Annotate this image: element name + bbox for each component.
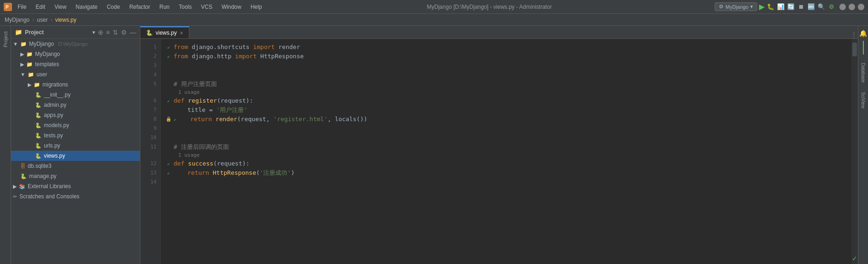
tree-label-views: views.py xyxy=(44,153,65,159)
py-file-icon: 🐍 xyxy=(35,92,42,98)
menu-file[interactable]: File xyxy=(16,3,28,11)
code-line-8: 🔒 ↙ return render (request, 'register.ht… xyxy=(164,115,851,124)
project-panel-tab[interactable]: Project xyxy=(1,28,10,51)
code-content[interactable]: ↙ from django.shortcuts import render ↙ … xyxy=(161,39,851,264)
menu-navigate[interactable]: Navigate xyxy=(74,3,99,11)
tree-item-tests[interactable]: 🐍 tests.py xyxy=(11,130,140,141)
line-gutter-1: ↙ xyxy=(164,43,173,52)
tree-path-mydjango: D:\MyDjango xyxy=(58,41,88,47)
tree-item-mydjango-root[interactable]: ▼ 📁 MyDjango D:\MyDjango xyxy=(11,39,140,49)
menu-edit[interactable]: Edit xyxy=(34,3,47,11)
menu-code[interactable]: Code xyxy=(105,3,122,11)
line-gutter-2: ↙ xyxy=(164,52,173,61)
menu-view[interactable]: View xyxy=(53,3,68,11)
tab-close-button[interactable]: ✕ xyxy=(180,31,183,36)
sort-icon[interactable]: ⇅ xyxy=(113,29,118,36)
editor-options-button[interactable]: ⋮ xyxy=(850,30,858,38)
collapse-all-icon[interactable]: ≡ xyxy=(106,29,110,36)
tree-item-ext-libs[interactable]: ▶ 📚 External Libraries xyxy=(11,181,140,191)
scrollbar-thumb[interactable] xyxy=(852,43,857,56)
kw-import-2: import xyxy=(235,52,260,61)
tree-item-migrations[interactable]: ▶ 📁 migrations xyxy=(11,80,140,90)
code-annotation-11: 1 usage xyxy=(164,152,851,159)
func-args-1: (request): xyxy=(217,96,253,105)
line-num-6: 6 xyxy=(140,96,160,105)
tree-item-models[interactable]: 🐍 models.py xyxy=(11,120,140,130)
tree-item-mydjango[interactable]: ▶ 📁 MyDjango xyxy=(11,49,140,59)
tree-label-ext-libs: External Libraries xyxy=(28,183,71,190)
settings-icon[interactable]: ⚙ xyxy=(121,29,127,36)
httpresponse-paren-open: ( xyxy=(256,168,260,178)
libs-icon: 📚 xyxy=(19,184,25,190)
code-line-14 xyxy=(164,178,851,187)
tree-item-views[interactable]: 🐍 views.py xyxy=(11,151,140,161)
menu-refactor[interactable]: Refactor xyxy=(127,3,152,11)
editor-area: 🐍 views.py ✕ ⋮ 1 2 3 4 5 6 7 8 9 10 xyxy=(140,26,858,264)
breadcrumb-user[interactable]: user xyxy=(37,17,48,23)
database-panel-tab[interactable]: Database xyxy=(859,59,868,86)
line-num-3: 3 xyxy=(140,61,160,70)
kw-from-1: from xyxy=(174,43,192,52)
window-controls: — □ ✕ xyxy=(839,4,864,10)
tree-item-admin[interactable]: 🐍 admin.py xyxy=(11,100,140,110)
run-configuration[interactable]: ⚙ MyDjango ▾ xyxy=(715,2,757,11)
line-num-5: 5 xyxy=(140,80,160,89)
reload-button[interactable]: 🔄 xyxy=(787,3,795,11)
tab-views-py[interactable]: 🐍 views.py ✕ xyxy=(140,26,189,38)
func-success: success xyxy=(188,159,213,168)
tree-label-tests: tests.py xyxy=(44,132,63,139)
settings-button[interactable]: ⚙ xyxy=(827,3,836,11)
tab-py-icon: 🐍 xyxy=(146,30,153,36)
tree-label-templates: templates xyxy=(35,61,59,68)
chevron-down-icon: ▼ xyxy=(13,41,18,47)
svg-text:P: P xyxy=(6,5,9,10)
tree-item-apps[interactable]: 🐍 apps.py xyxy=(11,110,140,120)
line-num-8: 8 xyxy=(140,115,160,124)
sciview-panel-tab[interactable]: SciView xyxy=(859,88,868,112)
run-button[interactable]: ▶ xyxy=(759,2,765,11)
chevron-right-icon: ▶ xyxy=(20,61,24,68)
search-everywhere-button[interactable]: 🔍 xyxy=(817,3,826,11)
func-register: register xyxy=(188,96,217,105)
tree-label-migrations: migrations xyxy=(42,81,68,88)
menu-tools[interactable]: Tools xyxy=(177,3,193,11)
menu-help[interactable]: Help xyxy=(249,3,264,11)
breadcrumb-project[interactable]: MyDjango xyxy=(5,17,30,23)
tree-item-user[interactable]: ▼ 📁 user xyxy=(11,69,140,80)
code-line-7: title = '用户注册' xyxy=(164,105,851,115)
code-line-10 xyxy=(164,133,851,142)
minimize-button[interactable]: — xyxy=(839,4,846,10)
tree-label-admin: admin.py xyxy=(44,102,66,108)
maximize-button[interactable]: □ xyxy=(849,4,855,10)
run-toolbar: ⚙ MyDjango ▾ ▶ 🐛 📊 🔄 ⏹ 🔤 🔍 ⚙ xyxy=(715,2,839,11)
tree-label-apps: apps.py xyxy=(44,112,63,118)
line-num-7: 7 xyxy=(140,105,160,115)
menu-vcs[interactable]: VCS xyxy=(199,3,214,11)
py-file-icon: 🐍 xyxy=(35,102,42,108)
breadcrumb-sep1: › xyxy=(32,17,34,23)
editor-scrollbar[interactable]: ✓ xyxy=(851,39,858,264)
tree-item-db[interactable]: 🗄 db.sqlite3 xyxy=(11,161,140,171)
tree-item-scratches[interactable]: ✏ Scratches and Consoles xyxy=(11,191,140,202)
menu-run[interactable]: Run xyxy=(157,3,171,11)
translate-button[interactable]: 🔤 xyxy=(807,3,815,11)
debug-button[interactable]: 🐛 xyxy=(766,3,775,11)
close-button[interactable]: ✕ xyxy=(858,4,864,10)
locate-file-icon[interactable]: ⊕ xyxy=(98,29,103,36)
close-sidebar-icon[interactable]: — xyxy=(130,29,136,36)
tree-item-init[interactable]: 🐍 __init__.py xyxy=(11,90,140,100)
tree-item-templates[interactable]: ▶ 📁 templates xyxy=(11,59,140,69)
notifications-icon[interactable]: 🔔 xyxy=(857,28,868,39)
menu-bar: File Edit View Navigate Code Refactor Ru… xyxy=(16,3,264,11)
menu-window[interactable]: Window xyxy=(220,3,243,11)
locals-call: , locals()) xyxy=(327,115,367,124)
code-line-6: ↙ def register (request): xyxy=(164,96,851,105)
breadcrumb-file[interactable]: views.py xyxy=(55,17,76,23)
breadcrumb: MyDjango › user › views.py xyxy=(0,14,868,26)
sidebar-dropdown-arrow[interactable]: ▾ xyxy=(92,29,95,36)
tree-item-manage[interactable]: 🐍 manage.py xyxy=(11,171,140,181)
run-coverage-button[interactable]: 📊 xyxy=(777,3,785,11)
func-args-2: (request): xyxy=(213,159,249,168)
tree-item-urls[interactable]: 🐍 urls.py xyxy=(11,141,140,151)
stop-button[interactable]: ⏹ xyxy=(797,3,805,11)
